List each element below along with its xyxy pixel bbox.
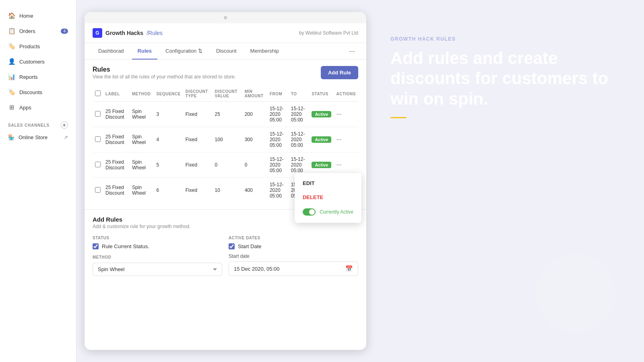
- dropdown-toggle-active[interactable]: Currently Active: [295, 204, 361, 220]
- cell-to-0: 15-12-2020 05:00: [289, 102, 310, 127]
- method-form-group: METHOD Spin Wheel Scratch Card Gift Box: [93, 255, 222, 276]
- online-store-label: Online Store: [19, 134, 47, 140]
- tab-dashboard[interactable]: Dashborad: [93, 43, 130, 60]
- select-all-checkbox[interactable]: [95, 90, 101, 96]
- cell-sequence-1: 4: [154, 127, 183, 152]
- sidebar-item-home[interactable]: 🏠 Home: [0, 8, 76, 23]
- cell-sequence-0: 3: [154, 102, 183, 127]
- cell-label-2: 25 Fixed Discount: [103, 152, 130, 178]
- sales-channels-header: SALES CHANNELS +: [0, 115, 76, 131]
- browser-dot: [224, 16, 227, 19]
- col-min-amount: MIN AMOUNT: [242, 86, 267, 102]
- select-all-header: [93, 86, 103, 102]
- app-logo: G: [93, 28, 102, 38]
- cell-discount-value-1: 100: [213, 127, 242, 152]
- start-date-checkbox[interactable]: [229, 243, 235, 249]
- add-sales-channel-button[interactable]: +: [61, 121, 68, 129]
- orders-badge: 4: [61, 29, 68, 34]
- toggle-switch-icon[interactable]: [303, 208, 316, 216]
- status-badge-2: Active: [312, 162, 331, 168]
- sidebar-nav: 🏠 Home 📋 Orders 4 🏷️ Products 👤 Customer…: [0, 8, 76, 115]
- right-panel-title: Add rules and create discounts for custo…: [390, 48, 616, 109]
- cell-method-1: Spin Wheel: [130, 127, 154, 152]
- cell-from-2: 15-12-2020 05:00: [267, 152, 289, 178]
- cell-method-2: Spin Wheel: [130, 152, 154, 178]
- row-checkbox-2[interactable]: [95, 162, 101, 167]
- tab-rules[interactable]: Rules: [132, 43, 157, 60]
- row-checkbox-0[interactable]: [95, 111, 101, 117]
- status-form-group: STATUS Rule Current Status.: [93, 236, 222, 249]
- rules-title-group: Rules View the list of all the rules of …: [93, 66, 236, 80]
- sidebar-item-orders[interactable]: 📋 Orders 4: [0, 23, 76, 39]
- method-select[interactable]: Spin Wheel Scratch Card Gift Box: [93, 263, 222, 276]
- dropdown-edit[interactable]: EDIT: [295, 176, 361, 190]
- cell-discount-type-1: Fixed: [183, 127, 213, 152]
- sidebar-item-customers[interactable]: 👤 Customers: [0, 54, 76, 69]
- tab-discount[interactable]: Discount: [211, 43, 242, 60]
- start-date-input-group: Start date 📅: [229, 253, 358, 276]
- cell-label-1: 25 Fixed Discount: [103, 127, 130, 152]
- actions-button-2[interactable]: ···: [336, 161, 341, 168]
- start-date-check-label: Start Date: [238, 243, 262, 249]
- sales-channels-label: SALES CHANNELS: [8, 123, 50, 128]
- sidebar-item-label: Apps: [19, 105, 31, 111]
- cell-discount-type-0: Fixed: [183, 102, 213, 127]
- sidebar-item-label: Customers: [19, 59, 45, 65]
- sidebar-item-label: Reports: [19, 74, 38, 80]
- decorative-circle: [535, 253, 616, 334]
- rules-header: Rules View the list of all the rules of …: [93, 66, 358, 80]
- calendar-icon[interactable]: 📅: [341, 262, 358, 276]
- tab-membership[interactable]: Membership: [245, 43, 285, 60]
- cell-discount-value-3: 10: [213, 178, 242, 203]
- online-store-item[interactable]: 🏪 Online Store: [8, 134, 47, 140]
- cell-sequence-3: 6: [154, 178, 183, 203]
- browser-topbar: [85, 12, 366, 23]
- rules-subtitle: View the list of all the rules of your m…: [93, 74, 236, 80]
- cell-discount-type-3: Fixed: [183, 178, 213, 203]
- status-check: Rule Current Status.: [93, 243, 222, 249]
- tab-configuration[interactable]: Configuration ⇅: [160, 43, 208, 60]
- status-check-label: Rule Current Status.: [102, 243, 149, 249]
- cell-from-1: 15-12-2020 05:00: [267, 127, 289, 152]
- cell-label-0: 25 Fixed Discount: [103, 102, 130, 127]
- cell-discount-value-0: 25: [213, 102, 242, 127]
- tabs-bar: Dashborad Rules Configuration ⇅ Discount…: [85, 43, 366, 60]
- cell-min-amount-3: 400: [242, 178, 267, 203]
- sidebar-item-reports[interactable]: 📊 Reports: [0, 69, 76, 84]
- app-title-sub: /Rules: [147, 30, 163, 36]
- actions-button-0[interactable]: ···: [336, 111, 341, 117]
- sidebar-item-discounts[interactable]: 🏷️ Discounts: [0, 84, 76, 100]
- toggle-active-label: Currently Active: [320, 209, 353, 215]
- browser-frame: G Growth Hacks /Rules by Webkul Software…: [85, 12, 366, 350]
- cell-to-1: 15-12-2020 05:00: [289, 127, 310, 152]
- start-date-input[interactable]: [229, 263, 341, 275]
- col-discount-value: DISCOUNT VALUE: [213, 86, 242, 102]
- status-badge-0: Active: [312, 111, 331, 117]
- rules-title: Rules: [93, 66, 236, 73]
- row-checkbox-1[interactable]: [95, 136, 101, 142]
- tabs-more-button[interactable]: ···: [346, 44, 358, 59]
- cell-from-3: 15-12-2020 05:00: [267, 178, 289, 203]
- add-rules-subtitle: Add & customize rule for your growth met…: [93, 224, 358, 229]
- cell-sequence-2: 5: [154, 152, 183, 178]
- cell-method-3: Spin Wheel: [130, 178, 154, 203]
- discounts-icon: 🏷️: [8, 88, 15, 96]
- external-link-icon[interactable]: ↗: [64, 134, 68, 140]
- app-title-main: Growth Hacks: [105, 30, 143, 36]
- sidebar-item-label: Orders: [19, 28, 35, 34]
- row-checkbox-3[interactable]: [95, 187, 101, 193]
- cell-min-amount-2: 0: [242, 152, 267, 178]
- table-row: 25 Fixed Discount Spin Wheel 3 Fixed 25 …: [93, 102, 358, 127]
- status-checkbox[interactable]: [93, 243, 99, 249]
- col-label: LABEL: [103, 86, 130, 102]
- col-from: FROM: [267, 86, 289, 102]
- cell-discount-type-2: Fixed: [183, 152, 213, 178]
- col-status: STATUS: [309, 86, 334, 102]
- cell-discount-value-2: 0: [213, 152, 242, 178]
- table-row: 25 Fixed Discount Spin Wheel 4 Fixed 100…: [93, 127, 358, 152]
- add-rule-button[interactable]: Add Rule: [321, 66, 358, 79]
- sidebar-item-products[interactable]: 🏷️ Products: [0, 39, 76, 54]
- sidebar-item-apps[interactable]: ⊞ Apps: [0, 100, 76, 115]
- actions-button-1[interactable]: ···: [336, 136, 341, 143]
- dropdown-delete[interactable]: DELETE: [295, 190, 361, 204]
